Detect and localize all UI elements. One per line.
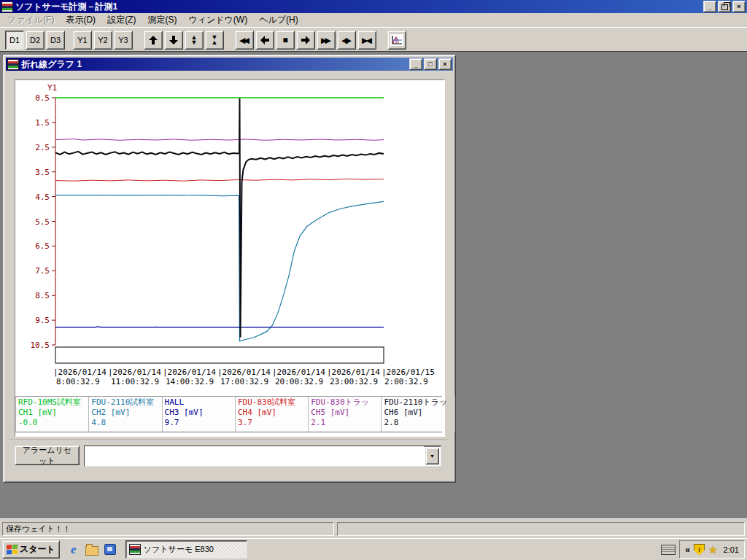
toolbar-y2-button[interactable]: Y2 bbox=[93, 31, 112, 50]
alarm-combobox-dropdown[interactable]: ▼ bbox=[425, 448, 439, 464]
x-tick-label-time: 11:00:32.9 bbox=[111, 377, 159, 386]
collapse-vertical-icon: ▼▲ bbox=[212, 35, 218, 45]
collapse-horizontal-button[interactable]: ▶◀ bbox=[357, 31, 376, 50]
toolbar-d1-button[interactable]: D1 bbox=[5, 31, 24, 50]
graph-maximize-button[interactable]: □ bbox=[424, 58, 437, 70]
minimize-icon: _ bbox=[414, 61, 417, 69]
expand-horizontal-button[interactable]: ◀▶ bbox=[337, 31, 356, 50]
series-CH3 bbox=[55, 327, 384, 327]
x-tick-label-date: |2026/01/15 bbox=[382, 368, 435, 377]
menu-settings[interactable]: 設定(Z) bbox=[101, 12, 142, 28]
internet-explorer-icon[interactable]: e bbox=[67, 543, 80, 556]
status-message: 保存ウェイト！！ bbox=[2, 522, 334, 536]
tray-clock: 2:01 bbox=[721, 545, 739, 554]
mdi-area: 折れ線グラフ 1 _ □ × Y1 0.51.52.53.54.55.56.57… bbox=[0, 51, 747, 522]
graph-window-titlebar: 折れ線グラフ 1 _ □ × bbox=[6, 58, 453, 71]
channel-label: CH1 [mV] bbox=[18, 408, 88, 418]
y-tick-label: 0.5 bbox=[35, 93, 50, 103]
screen: ソフトサーモ計測－計測1 _ × ファイル(F) 表示(D) 設定(Z) 測定(… bbox=[0, 0, 747, 560]
graph-view-button[interactable] bbox=[387, 31, 406, 50]
alarm-reset-button[interactable]: アラームリセット bbox=[15, 446, 80, 465]
channel-name: FDU-830トラッ bbox=[311, 397, 381, 408]
taskbar-app-label: ソフトサーモ E830 bbox=[144, 544, 214, 555]
collapse-vertical-button[interactable]: ▼▲ bbox=[205, 31, 224, 50]
toolbar-y1-button[interactable]: Y1 bbox=[73, 31, 92, 50]
menu-window[interactable]: ウィンドウ(W) bbox=[182, 12, 253, 28]
minimize-button[interactable]: _ bbox=[703, 1, 716, 12]
chevron-down-icon: ▼ bbox=[430, 454, 435, 459]
graph-close-button[interactable]: × bbox=[438, 58, 452, 70]
x-tick-label-date: |2026/01/14 bbox=[217, 368, 271, 377]
toolbar-d3-button[interactable]: D3 bbox=[46, 31, 65, 50]
expand-vertical-icon: ▲▼ bbox=[191, 35, 198, 45]
main-titlebar: ソフトサーモ計測－計測1 _ × bbox=[0, 0, 747, 13]
start-label: スタート bbox=[20, 543, 55, 556]
x-tick-label-date: |2026/01/14 bbox=[272, 368, 325, 377]
taskbar-app-button[interactable]: ソフトサーモ E830 bbox=[125, 540, 247, 559]
fast-forward-button[interactable]: ▶▶ bbox=[317, 31, 336, 50]
y-axis-title: Y1 bbox=[47, 83, 57, 93]
menu-help[interactable]: ヘルプ(H) bbox=[253, 12, 304, 28]
y-tick-label: 4.5 bbox=[35, 192, 50, 202]
app-icon bbox=[129, 544, 141, 555]
graph-window-title: 折れ線グラフ 1 bbox=[21, 58, 408, 71]
channel-label: CH6 [mV] bbox=[384, 408, 454, 418]
scroll-right-button[interactable] bbox=[296, 31, 315, 50]
chart-icon bbox=[390, 34, 403, 46]
close-icon: × bbox=[737, 3, 740, 10]
arrow-down-icon bbox=[169, 35, 179, 45]
show-desktop-icon[interactable] bbox=[104, 543, 117, 556]
legend-cell-ch6: FDU-2110トラッ CH6 [mV] 2.8 bbox=[382, 397, 454, 432]
x-tick-label-time: 8:00:32.9 bbox=[56, 377, 100, 386]
close-button[interactable]: × bbox=[732, 1, 746, 12]
graph-window-icon bbox=[7, 59, 19, 70]
start-button[interactable]: スタート bbox=[2, 540, 60, 559]
expand-vertical-button[interactable]: ▲▼ bbox=[185, 31, 204, 50]
channel-value: 9.7 bbox=[165, 418, 235, 428]
alarm-combobox-value[interactable] bbox=[85, 446, 424, 466]
channel-label: CH5 [mV] bbox=[311, 408, 381, 418]
graph-minimize-button[interactable]: _ bbox=[409, 58, 422, 70]
channel-value: 2.8 bbox=[384, 418, 454, 428]
graph-panel: Y1 0.51.52.53.54.55.56.57.58.59.510.5|20… bbox=[15, 79, 445, 437]
security-shield-icon[interactable]: ! bbox=[694, 544, 705, 556]
line-chart: Y1 0.51.52.53.54.55.56.57.58.59.510.5|20… bbox=[15, 80, 443, 395]
menu-measure[interactable]: 測定(S) bbox=[142, 12, 182, 28]
main-window-title: ソフトサーモ計測－計測1 bbox=[15, 1, 702, 13]
legend-cell-ch3: HALL CH3 [mV] 9.7 bbox=[163, 397, 236, 432]
y-tick-label: 5.5 bbox=[35, 217, 50, 227]
channel-name: FDU-2110試料室 bbox=[91, 397, 161, 408]
menu-file[interactable]: ファイル(F) bbox=[1, 12, 60, 28]
toolbar-y3-button[interactable]: Y3 bbox=[114, 31, 133, 50]
separator bbox=[9, 440, 449, 441]
x-tick-label-date: |2026/01/14 bbox=[108, 368, 161, 377]
star-icon[interactable]: ★ bbox=[708, 544, 718, 556]
arrow-right-icon bbox=[301, 35, 311, 45]
scroll-down-button[interactable] bbox=[164, 31, 183, 50]
taskbar: スタート e ソフトサーモ E830 « ! ★ 2:01 bbox=[0, 538, 747, 560]
fast-rewind-button[interactable]: ◀◀ bbox=[235, 31, 254, 50]
series-CH5 bbox=[55, 139, 384, 141]
menu-view[interactable]: 表示(D) bbox=[60, 12, 101, 28]
y-tick-label: 3.5 bbox=[35, 168, 50, 177]
stop-button[interactable]: ■ bbox=[276, 31, 295, 50]
scroll-up-button[interactable] bbox=[144, 31, 163, 50]
channel-value: 3.7 bbox=[238, 418, 308, 428]
legend-cell-ch4: FDU-830試料室 CH4 [mV] 3.7 bbox=[236, 397, 309, 432]
folder-icon[interactable] bbox=[85, 543, 98, 556]
keyboard-input-icon[interactable] bbox=[661, 545, 676, 555]
channel-name: RFD-10MS試料室 bbox=[18, 397, 88, 408]
channel-value: 2.1 bbox=[311, 418, 381, 428]
scroll-left-button[interactable] bbox=[255, 31, 274, 50]
channel-name: FDU-2110トラッ bbox=[384, 397, 454, 408]
y-tick-label: 1.5 bbox=[35, 118, 50, 128]
status-panel-right bbox=[337, 522, 745, 536]
series-CH4 bbox=[55, 179, 384, 182]
quick-launch: e bbox=[67, 543, 117, 556]
restore-icon bbox=[721, 4, 728, 10]
chevron-left-icon[interactable]: « bbox=[685, 545, 690, 555]
toolbar-d2-button[interactable]: D2 bbox=[26, 31, 44, 50]
alarm-combobox[interactable]: ▼ bbox=[84, 446, 441, 467]
restore-button[interactable] bbox=[718, 1, 731, 12]
x-tick-label-time: 20:00:32.9 bbox=[275, 377, 323, 386]
